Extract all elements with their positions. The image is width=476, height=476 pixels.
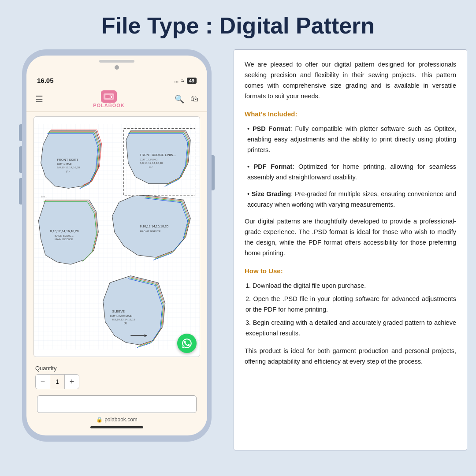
svg-text:BACK BODICE: BACK BODICE — [55, 234, 74, 237]
volume-up-button — [19, 146, 22, 173]
digital-patterns-paragraph: Our digital patterns are thoughtfully de… — [245, 216, 456, 259]
status-time: 16.05 — [37, 77, 54, 84]
svg-text:6,8,10,12,14,16,18: 6,8,10,12,14,16,18 — [112, 318, 136, 321]
hamburger-menu-icon[interactable]: ☰ — [35, 94, 43, 104]
content-row: 16.05 ... ≈ 49 ☰ — [9, 49, 467, 476]
nav-action-icons: 🔍 🛍 — [175, 94, 198, 104]
home-indicator — [90, 426, 143, 428]
step-1: 1. Download the digital file upon purcha… — [245, 281, 456, 291]
sewing-machine-svg — [103, 92, 115, 101]
wifi-icon: ≈ — [181, 78, 184, 84]
volume-silent-button — [19, 124, 22, 141]
svg-text:8,10,12,14,16,18,20: 8,10,12,14,16,18,20 — [50, 229, 79, 233]
svg-text:FRONT BODICE LININ...: FRONT BODICE LININ... — [140, 153, 176, 157]
add-to-cart-area — [37, 395, 197, 413]
whatsapp-icon — [181, 338, 193, 349]
svg-text:CUT 1 MAIN: CUT 1 MAIN — [57, 162, 72, 165]
quantity-value: 1 — [50, 375, 65, 389]
volume-down-button — [19, 178, 22, 205]
how-to-use-heading: How to Use: — [245, 266, 456, 277]
psd-label: PSD Format — [253, 125, 290, 132]
svg-text:(1): (1) — [124, 321, 127, 324]
svg-text:CUT 1 PAIR MAIN: CUT 1 PAIR MAIN — [110, 314, 132, 317]
quantity-section: Quantity − 1 + — [26, 361, 207, 393]
svg-text:SLEEVE: SLEEVE — [112, 309, 125, 313]
power-button — [212, 155, 215, 190]
step-3: 3. Begin creating with a detailed and ac… — [245, 318, 456, 339]
lock-icon: 🔒 — [96, 416, 103, 423]
description-panel: We are pleased to offer our digital patt… — [234, 49, 467, 450]
search-icon[interactable]: 🔍 — [175, 94, 184, 104]
speaker-notch — [99, 60, 134, 63]
logo-text: POLABOOK — [93, 103, 125, 108]
app-nav-bar: ☰ POLABOOK — [26, 87, 207, 112]
how-to-use-steps: 1. Download the digital file upon purcha… — [245, 281, 456, 339]
quantity-control: − 1 + — [35, 374, 79, 389]
whats-included-heading: What's Included: — [245, 109, 456, 120]
whatsapp-button[interactable] — [177, 334, 197, 353]
svg-point-4 — [108, 92, 110, 93]
app-logo: POLABOOK — [93, 90, 125, 108]
pattern-pieces-svg: FRONT SKIRT CUT 1 MAIN 6,8,10,12,14,16,1… — [34, 117, 200, 357]
svg-text:CUT 1 LINING: CUT 1 LINING — [140, 158, 158, 161]
phone-outer: 16.05 ... ≈ 49 ☰ — [22, 49, 212, 442]
domain-text: polabook.com — [104, 416, 138, 423]
svg-rect-1 — [105, 95, 110, 98]
closing-paragraph: This product is ideal for both garment p… — [245, 346, 456, 367]
svg-text:MAIN BODICE: MAIN BODICE — [55, 238, 73, 241]
pdf-label: PDF Format — [254, 163, 293, 170]
size-grading-label: Size Grading — [252, 190, 291, 197]
camera-dot — [115, 65, 119, 70]
svg-text:FRONT SKIRT: FRONT SKIRT — [57, 158, 78, 162]
battery-indicator: 49 — [187, 78, 197, 84]
bullet-size-grading: • Size Grading: Pre-graded for multiple … — [245, 189, 456, 210]
increase-quantity-button[interactable]: + — [65, 375, 79, 389]
svg-point-2 — [110, 96, 113, 98]
phone-screen: 16.05 ... ≈ 49 ☰ — [26, 56, 207, 435]
cart-icon[interactable]: 🛍 — [190, 94, 198, 104]
bullet-pdf: • PDF Format: Optimized for home printin… — [245, 162, 456, 183]
bullet-psd: • PSD Format: Fully compatible with plot… — [245, 124, 456, 156]
svg-text:No...: No... — [41, 195, 47, 198]
phone-mockup: 16.05 ... ≈ 49 ☰ — [9, 49, 225, 442]
svg-text:6,8,10,12,14,16,18: 6,8,10,12,14,16,18 — [140, 161, 163, 164]
decrease-quantity-button[interactable]: − — [36, 375, 50, 389]
pattern-image-area: FRONT SKIRT CUT 1 MAIN 6,8,10,12,14,16,1… — [33, 116, 200, 357]
svg-text:8,10,12,14,16,18,20: 8,10,12,14,16,18,20 — [140, 224, 168, 228]
page-title: File Type : Digital Pattern — [101, 12, 375, 39]
step-2: 2. Open the .PSD file in your plotting s… — [245, 294, 456, 315]
svg-text:6,8,10,12,14,16,18: 6,8,10,12,14,16,18 — [57, 166, 80, 169]
svg-text:(1): (1) — [66, 170, 70, 173]
signal-icon: ... — [174, 78, 178, 84]
status-bar: 16.05 ... ≈ 49 — [26, 71, 207, 87]
svg-text:(1): (1) — [149, 165, 152, 168]
svg-text:FRONT BODICE: FRONT BODICE — [140, 230, 160, 233]
quantity-label: Quantity — [35, 365, 198, 372]
phone-bottom-bar: 🔒 polabook.com — [26, 393, 207, 435]
logo-icon — [101, 90, 117, 103]
domain-display: 🔒 polabook.com — [96, 416, 138, 423]
status-icons: ... ≈ 49 — [174, 78, 197, 84]
intro-paragraph: We are pleased to offer our digital patt… — [245, 60, 456, 102]
